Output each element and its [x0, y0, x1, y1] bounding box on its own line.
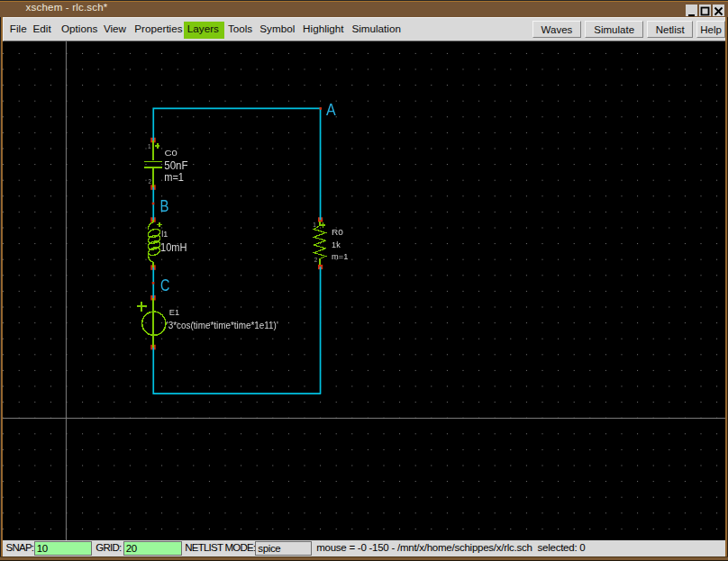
svg-text:B: B	[160, 196, 169, 215]
svg-text:m=1: m=1	[164, 171, 184, 184]
svg-text:1k: 1k	[332, 240, 341, 249]
svg-text:2: 2	[148, 178, 151, 185]
svg-text:C0: C0	[165, 149, 178, 158]
svg-text:A: A	[326, 100, 336, 119]
svg-text:1: 1	[313, 222, 316, 228]
svg-text:'3*cos(time*time*time*1e11)': '3*cos(time*time*time*1e11)'	[167, 320, 278, 330]
svg-text:50nF: 50nF	[164, 159, 188, 172]
svg-text:m=1: m=1	[332, 252, 348, 261]
svg-text:1: 1	[148, 143, 151, 149]
svg-text:C: C	[160, 276, 170, 294]
svg-text:R0: R0	[332, 228, 343, 237]
svg-text:l1: l1	[161, 230, 168, 239]
svg-text:2: 2	[314, 257, 318, 263]
svg-text:10mH: 10mH	[160, 241, 187, 254]
svg-text:E1: E1	[169, 308, 180, 317]
